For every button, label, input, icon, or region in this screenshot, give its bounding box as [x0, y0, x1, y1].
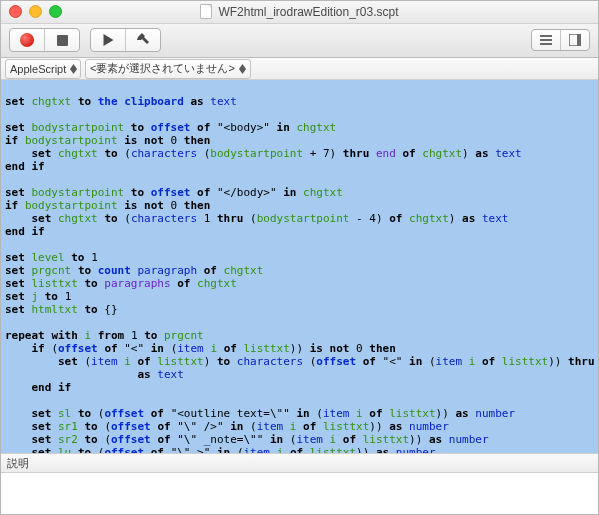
zoom-button[interactable]: [49, 5, 62, 18]
svg-rect-2: [540, 39, 552, 41]
view-bundle-button[interactable]: [532, 30, 561, 50]
svg-marker-0: [103, 34, 113, 46]
record-button[interactable]: [10, 29, 45, 51]
svg-marker-9: [239, 69, 246, 74]
panel-icon: [569, 34, 581, 46]
chevron-updown-icon: [239, 64, 246, 74]
description-label: 説明: [7, 456, 29, 471]
minimize-button[interactable]: [29, 5, 42, 18]
language-label: AppleScript: [10, 63, 66, 75]
description-label-bar: 説明: [1, 453, 598, 472]
script-editor-window: WF2html_irodrawEdition_r03.scpt: [0, 0, 599, 515]
compile-button[interactable]: [126, 29, 160, 51]
play-icon: [103, 34, 114, 46]
run-compile-group: [90, 28, 161, 52]
view-group: [531, 29, 590, 51]
scope-popup[interactable]: <要素が選択されていません>: [85, 59, 251, 79]
svg-rect-3: [540, 43, 552, 45]
svg-marker-7: [70, 69, 77, 74]
scope-label: <要素が選択されていません>: [90, 61, 235, 76]
description-area[interactable]: [1, 472, 598, 514]
title-wrap: WF2html_irodrawEdition_r03.scpt: [1, 4, 598, 19]
titlebar: WF2html_irodrawEdition_r03.scpt: [1, 1, 598, 24]
close-button[interactable]: [9, 5, 22, 18]
hammer-icon: [136, 33, 150, 47]
script-source[interactable]: set chgtxt to the clipboard as text set …: [1, 80, 598, 453]
language-popup[interactable]: AppleScript: [5, 59, 81, 79]
toolbar: [1, 24, 598, 58]
chevron-updown-icon: [70, 64, 77, 74]
stop-icon: [57, 35, 68, 46]
window-title: WF2html_irodrawEdition_r03.scpt: [218, 5, 398, 19]
code-area[interactable]: set chgtxt to the clipboard as text set …: [1, 80, 598, 453]
navigation-bar: AppleScript <要素が選択されていません>: [1, 58, 598, 81]
traffic-lights: [1, 5, 62, 18]
document-icon: [200, 4, 212, 19]
list-icon: [540, 34, 552, 46]
stop-button[interactable]: [45, 29, 79, 51]
view-sidebar-button[interactable]: [561, 30, 589, 50]
svg-rect-5: [577, 34, 581, 46]
record-stop-group: [9, 28, 80, 52]
record-icon: [20, 33, 34, 47]
run-button[interactable]: [91, 29, 126, 51]
svg-rect-1: [540, 35, 552, 37]
